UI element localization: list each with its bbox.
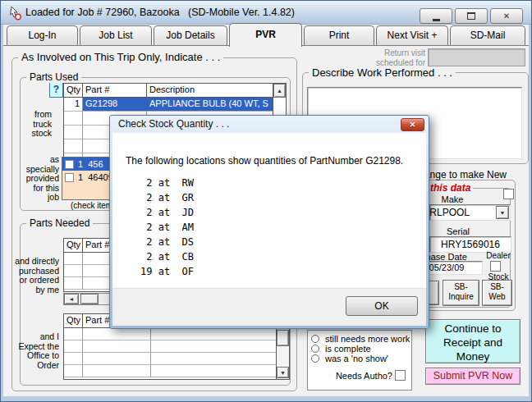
tab-pvr[interactable]: PVR	[229, 23, 302, 47]
scroll-down-button[interactable]: ▼	[277, 367, 289, 378]
stock-line: 2 at RW	[140, 176, 194, 190]
tab-job-details[interactable]: Job Details	[154, 25, 227, 46]
stock-line: 2 at DS	[140, 235, 194, 249]
dialog-close-button[interactable]: ✕	[401, 118, 424, 131]
tab-job-list[interactable]: Job List	[80, 25, 152, 46]
maximize-icon	[467, 12, 475, 20]
dealer-label: Dealer	[485, 251, 511, 260]
serial-input[interactable]: HRY1569016	[429, 236, 511, 253]
hscroll-thumb[interactable]	[80, 294, 99, 304]
scroll-up-icon: ▲	[277, 88, 282, 94]
tab-print[interactable]: Print	[304, 25, 374, 46]
return-visit-label: Return visit scheduled for	[353, 48, 425, 67]
dialog-body: The following locations show quantities …	[112, 133, 426, 326]
radio-needs-more-work[interactable]	[311, 335, 319, 343]
sb-web-button[interactable]: SB- Web	[482, 280, 512, 306]
provided-label: as specially provided for this job	[11, 155, 59, 203]
close-icon: ✕	[410, 121, 416, 129]
dialog-message: The following locations show quantities …	[126, 155, 403, 167]
scroll-down-icon: ▼	[280, 370, 286, 376]
part-label: 1 456	[74, 159, 103, 169]
radio-no-show[interactable]	[311, 354, 319, 363]
return-visit-input	[428, 48, 525, 66]
office-order-scrollbar[interactable]: ▼	[276, 328, 289, 379]
sb-inquire-button[interactable]: SB- Inquire	[443, 280, 479, 306]
this-data-title: this data	[428, 182, 473, 194]
col-description: Description	[147, 84, 274, 98]
tab-next-visit[interactable]: Next Visit +	[376, 25, 448, 46]
cell-qty: 1	[64, 98, 83, 112]
dealer-stock-checkbox[interactable]	[490, 261, 501, 272]
col-qty: Qty	[64, 239, 83, 253]
trip-group-title: As Involved on This Trip Only, Indicate …	[18, 51, 223, 63]
stock-list: 2 at RW 2 at GR 2 at JD 2 at AM 2 at DS …	[140, 176, 194, 279]
table-row[interactable]	[64, 340, 289, 353]
needs-autho-label: Needs Autho?	[320, 371, 392, 381]
scroll-up-button[interactable]: ▲	[273, 84, 286, 98]
app-icon	[8, 6, 22, 21]
serial-label: Serial	[435, 226, 481, 236]
stock-line: 2 at GR	[140, 190, 194, 205]
vscroll-thumb[interactable]	[277, 330, 289, 346]
parts-needed-title: Parts Needed	[26, 217, 93, 229]
col-part: Part #	[83, 84, 147, 98]
scroll-left-button[interactable]: ◄	[64, 294, 79, 304]
describe-title: Describe Work Performed . . .	[309, 66, 456, 79]
close-button[interactable]: ✕	[490, 8, 523, 24]
col-qty: Qty	[64, 84, 83, 98]
stock-line: 2 at AM	[140, 220, 194, 235]
radio-no-show-label: was a 'no show'	[325, 354, 388, 363]
stock-line: 2 at CB	[140, 249, 194, 264]
col-qty: Qty	[64, 314, 83, 328]
ok-button[interactable]: OK	[346, 296, 418, 316]
scroll-left-icon: ◄	[69, 296, 75, 302]
submit-pvr-button[interactable]: Submit PVR Now	[425, 368, 521, 385]
needs-autho-checkbox[interactable]	[395, 370, 406, 381]
help-button[interactable]: ?	[49, 82, 63, 98]
part-checkbox[interactable]	[65, 160, 74, 169]
radio-needs-more-work-label: still needs more work	[325, 334, 410, 344]
close-icon: ✕	[503, 11, 510, 21]
window-titlebar: Loaded for Job # 72960, Bazooka (SD-Mobi…	[1, 1, 531, 25]
stock-line: 2 at JD	[140, 205, 194, 220]
tab-log-in[interactable]: Log-In	[7, 25, 78, 46]
make-label: Make	[429, 194, 475, 204]
radio-is-complete-label: is complete	[325, 344, 371, 354]
dialog-footer: OK	[112, 288, 426, 326]
table-row[interactable]: 1 G21298 APPLIANCE BULB (40 WT, S	[64, 98, 286, 112]
maximize-button[interactable]	[455, 8, 488, 24]
stock-line: 19 at OF	[140, 264, 194, 279]
purchased-label: and directly purchased or ordered by me	[11, 257, 59, 295]
part-checkbox[interactable]	[65, 173, 74, 182]
tab-sd-mail[interactable]: SD-Mail	[450, 25, 525, 46]
radio-is-complete[interactable]	[311, 345, 319, 353]
dialog-title: Check Stock Quantity . . .	[118, 118, 229, 130]
check-stock-dialog: Check Stock Quantity . . . ✕ The followi…	[109, 115, 429, 329]
table-row[interactable]	[64, 353, 289, 365]
minimize-button[interactable]	[420, 8, 452, 24]
table-row[interactable]	[64, 328, 289, 340]
from-truck-stock-label: from truck stock	[15, 110, 52, 139]
make-dropdown[interactable]: WHIRLPOOL ▼	[429, 204, 511, 221]
cell-part: G21298	[83, 98, 147, 112]
parts-used-header-row: Qty Part # Description	[64, 84, 286, 98]
cell-description: APPLIANCE BULB (40 WT, S	[147, 98, 274, 112]
table-row[interactable]	[64, 365, 289, 377]
dropdown-arrow-icon[interactable]: ▼	[496, 206, 509, 219]
this-data-checkbox[interactable]	[503, 189, 514, 199]
parts-used-title: Parts Used	[26, 71, 81, 83]
window-title: Loaded for Job # 72960, Bazooka (SD-Mobi…	[25, 7, 295, 18]
minimize-icon	[433, 19, 440, 21]
expect-label: and I Expect the Office to Order	[11, 332, 59, 370]
continue-button[interactable]: Continue to Receipt and Money	[425, 319, 521, 363]
